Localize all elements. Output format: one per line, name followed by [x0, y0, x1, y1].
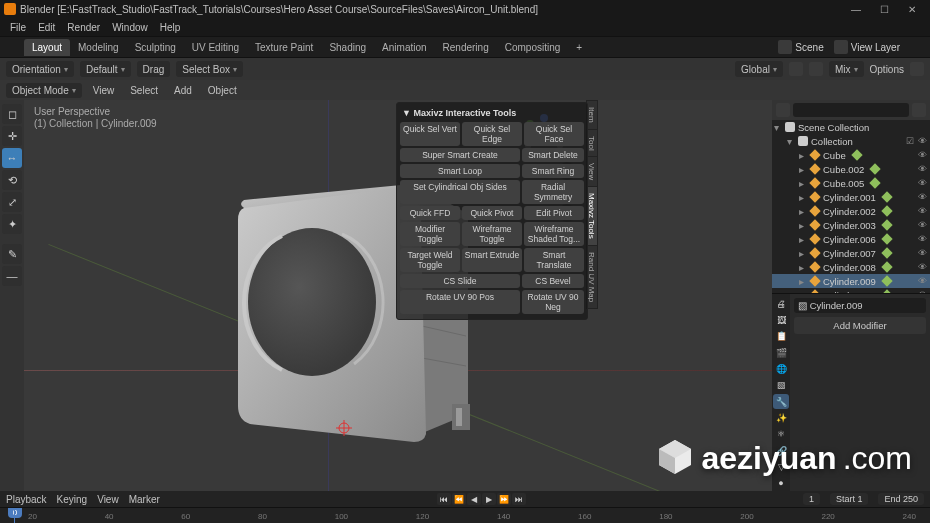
prev-key-button[interactable]: ⏪	[452, 493, 466, 505]
mix-dropdown[interactable]: Mix	[829, 61, 864, 77]
tab-add-workspace[interactable]: +	[568, 39, 590, 56]
play-reverse-button[interactable]: ◀	[467, 493, 481, 505]
prop-tab-render[interactable]: 🖨	[773, 296, 789, 311]
btn-quick-sel-edge[interactable]: Quick Sel Edge	[462, 122, 522, 146]
btn-smart-extrude[interactable]: Smart Extrude	[462, 248, 522, 272]
tree-item-cylinder-008[interactable]: ▸Cylinder.008👁	[772, 260, 930, 274]
tree-collection[interactable]: ▾Collection☑👁	[772, 134, 930, 148]
btn-smart-loop[interactable]: Smart Loop	[400, 164, 520, 178]
btn-cs-slide[interactable]: CS Slide	[400, 274, 520, 288]
prop-tab-world[interactable]: 🌐	[773, 361, 789, 376]
btn-target-weld[interactable]: Target Weld Toggle	[400, 248, 460, 272]
scene-selector[interactable]: Scene	[795, 42, 823, 53]
menu-file[interactable]: File	[4, 20, 32, 35]
outliner-tree[interactable]: ▾Scene Collection ▾Collection☑👁 ▸Cube👁▸C…	[772, 120, 930, 293]
outliner-filter-icon[interactable]	[912, 103, 926, 117]
tree-item-cube-002[interactable]: ▸Cube.002👁	[772, 162, 930, 176]
btn-rot-uv-pos[interactable]: Rotate UV 90 Pos	[400, 290, 520, 314]
rotate-tool[interactable]: ⟲	[2, 170, 22, 190]
tab-compositing[interactable]: Compositing	[497, 39, 569, 56]
btn-smart-translate[interactable]: Smart Translate	[524, 248, 584, 272]
btn-wire-shaded-toggle[interactable]: Wireframe Shaded Tog...	[524, 222, 584, 246]
menu-render[interactable]: Render	[61, 20, 106, 35]
close-button[interactable]: ✕	[898, 0, 926, 18]
prop-tab-viewlayer[interactable]: 📋	[773, 329, 789, 344]
snap-icon[interactable]	[789, 62, 803, 76]
maximize-button[interactable]: ☐	[870, 0, 898, 18]
prop-tab-output[interactable]: 🖼	[773, 312, 789, 327]
eye-icon[interactable]: 👁	[918, 164, 928, 174]
current-frame-field[interactable]: 1	[803, 493, 820, 505]
select-box-dropdown[interactable]: Select Box	[176, 61, 243, 77]
move-tool[interactable]: ↔	[2, 148, 22, 168]
cursor-tool[interactable]: ✛	[2, 126, 22, 146]
tree-item-cube[interactable]: ▸Cube👁	[772, 148, 930, 162]
btn-quick-sel-vert[interactable]: Quick Sel Vert	[400, 122, 460, 146]
prop-tab-modifier[interactable]: 🔧	[773, 394, 789, 409]
btn-quick-ffd[interactable]: Quick FFD	[400, 206, 460, 220]
btn-radial-symmetry[interactable]: Radial Symmetry	[522, 180, 584, 204]
btn-wireframe-toggle[interactable]: Wireframe Toggle	[462, 222, 522, 246]
measure-tool[interactable]: —	[2, 266, 22, 286]
tree-item-cylinder-003[interactable]: ▸Cylinder.003👁	[772, 218, 930, 232]
tree-item-cylinder-002[interactable]: ▸Cylinder.002👁	[772, 204, 930, 218]
options-dropdown[interactable]: Options	[870, 64, 904, 75]
btn-quick-sel-face[interactable]: Quick Sel Face	[524, 122, 584, 146]
play-button[interactable]: ▶	[482, 493, 496, 505]
btn-edit-pivot[interactable]: Edit Pivot	[524, 206, 584, 220]
properties-breadcrumb[interactable]: ▧ Cylinder.009	[794, 298, 926, 313]
tree-item-cylinder-007[interactable]: ▸Cylinder.007👁	[772, 246, 930, 260]
btn-quick-pivot[interactable]: Quick Pivot	[462, 206, 522, 220]
prop-tab-object[interactable]: ▧	[773, 378, 789, 393]
tree-item-cylinder-009[interactable]: ▸Cylinder.009👁	[772, 274, 930, 288]
jump-start-button[interactable]: ⏮	[437, 493, 451, 505]
eye-icon[interactable]: 👁	[918, 248, 928, 258]
tree-item-cube-005[interactable]: ▸Cube.005👁	[772, 176, 930, 190]
btn-super-smart-create[interactable]: Super Smart Create	[400, 148, 520, 162]
3d-viewport[interactable]: User Perspective (1) Collection | Cylind…	[24, 100, 772, 491]
transform-tool[interactable]: ✦	[2, 214, 22, 234]
tab-layout[interactable]: Layout	[24, 39, 70, 56]
eye-icon[interactable]: 👁	[918, 192, 928, 202]
prop-tab-particles[interactable]: ✨	[773, 410, 789, 425]
eye-icon[interactable]: 👁	[918, 178, 928, 188]
btn-modifier-toggle[interactable]: Modifier Toggle	[400, 222, 460, 246]
drag-button[interactable]: Drag	[137, 61, 171, 77]
submenu-add[interactable]: Add	[169, 84, 197, 97]
btn-set-cyl-sides[interactable]: Set Cylindrical Obj Sides	[400, 180, 520, 204]
eye-icon[interactable]: 👁	[918, 220, 928, 230]
tree-item-cylinder-006[interactable]: ▸Cylinder.006👁	[772, 232, 930, 246]
menu-help[interactable]: Help	[154, 20, 187, 35]
proportional-icon[interactable]	[809, 62, 823, 76]
start-frame-field[interactable]: Start 1	[830, 493, 869, 505]
menu-window[interactable]: Window	[106, 20, 154, 35]
annotate-tool[interactable]: ✎	[2, 244, 22, 264]
pivot-dropdown[interactable]: Default	[80, 61, 131, 77]
tab-rendering[interactable]: Rendering	[435, 39, 497, 56]
tl-view[interactable]: View	[97, 494, 119, 505]
tab-modeling[interactable]: Modeling	[70, 39, 127, 56]
btn-smart-delete[interactable]: Smart Delete	[522, 148, 584, 162]
orientation-dropdown[interactable]: Orientation	[6, 61, 74, 77]
select-tool[interactable]: ◻	[2, 104, 22, 124]
eye-icon[interactable]: 👁	[918, 136, 928, 146]
submenu-select[interactable]: Select	[125, 84, 163, 97]
tl-marker[interactable]: Marker	[129, 494, 160, 505]
tab-sculpting[interactable]: Sculpting	[127, 39, 184, 56]
menu-edit[interactable]: Edit	[32, 20, 61, 35]
jump-end-button[interactable]: ⏭	[512, 493, 526, 505]
exclude-icon[interactable]: ☑	[906, 136, 916, 146]
eye-icon[interactable]: 👁	[918, 206, 928, 216]
overlay-icon[interactable]	[910, 62, 924, 76]
global-dropdown[interactable]: Global	[735, 61, 783, 77]
scale-tool[interactable]: ⤢	[2, 192, 22, 212]
eye-icon[interactable]: 👁	[918, 234, 928, 244]
btn-smart-ring[interactable]: Smart Ring	[522, 164, 584, 178]
tab-uv-editing[interactable]: UV Editing	[184, 39, 247, 56]
prop-tab-scene[interactable]: 🎬	[773, 345, 789, 360]
btn-cs-bevel[interactable]: CS Bevel	[522, 274, 584, 288]
tl-keying[interactable]: Keying	[57, 494, 88, 505]
outliner-display-mode-icon[interactable]	[776, 103, 790, 117]
timeline-track[interactable]: 0 20406080100120140160180200220240	[0, 507, 930, 523]
next-key-button[interactable]: ⏩	[497, 493, 511, 505]
